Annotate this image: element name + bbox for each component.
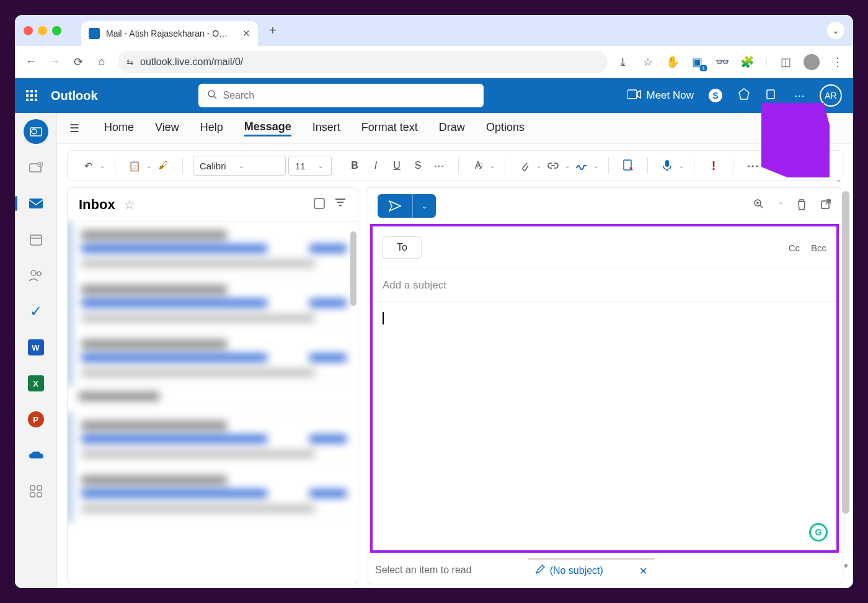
reload-icon[interactable]: ⟳ — [71, 55, 86, 69]
scroll-down-icon[interactable]: ▼ — [843, 562, 849, 570]
browser-tab[interactable]: Mail - Atish Rajasekharan - O… ✕ — [81, 21, 258, 46]
rail-mail-icon[interactable] — [24, 191, 48, 216]
select-all-icon[interactable] — [313, 197, 326, 213]
search-box[interactable] — [198, 84, 484, 107]
grammarly-icon[interactable]: G — [809, 523, 828, 542]
extension-badge-icon[interactable]: ▣4 — [691, 55, 704, 69]
rail-ppt-icon[interactable]: P — [24, 407, 48, 432]
meet-now-button[interactable]: Meet Now — [627, 89, 694, 102]
browser-menu-icon[interactable]: ⋮ — [831, 55, 844, 69]
site-info-icon[interactable]: ⇆ — [126, 57, 134, 67]
compose-body: To Cc Bcc G — [370, 224, 839, 553]
hamburger-icon[interactable]: ☰ — [69, 122, 79, 135]
svg-rect-16 — [37, 486, 42, 490]
bookmark-star-icon[interactable]: ☆ — [641, 55, 655, 69]
ublock-icon[interactable]: ✋ — [666, 55, 680, 69]
ribbon-collapse-icon[interactable]: ⌄ — [836, 175, 842, 184]
back-icon[interactable]: ← — [24, 55, 38, 68]
rail-people-icon[interactable] — [24, 263, 48, 288]
filter-icon[interactable] — [334, 197, 347, 213]
to-button[interactable]: To — [383, 236, 422, 259]
font-name-select[interactable]: Calibri⌄ — [193, 156, 286, 176]
format-painter-icon[interactable]: 🖌 — [154, 156, 172, 175]
sidepanel-icon[interactable]: ◫ — [779, 55, 792, 69]
tab-draw[interactable]: Draw — [439, 121, 465, 135]
ribbon-tabs: ☰ Home View Help Message Insert Format t… — [57, 113, 853, 144]
rail-new-mail-icon[interactable] — [24, 155, 48, 180]
rail-outlook-icon[interactable] — [24, 119, 48, 144]
traffic-light-close[interactable] — [24, 26, 33, 35]
dictate-icon[interactable] — [658, 156, 676, 175]
tab-overflow-button[interactable]: ⌄ — [827, 22, 844, 39]
font-size-select[interactable]: 11⌄ — [288, 156, 332, 176]
mailbox-scrollbar[interactable] — [350, 231, 356, 306]
rail-calendar-icon[interactable] — [24, 227, 48, 252]
teams-icon[interactable] — [766, 87, 779, 104]
tab-insert[interactable]: Insert — [312, 121, 340, 135]
clear-format-icon[interactable]: A⃠ — [469, 156, 487, 175]
search-input[interactable] — [223, 90, 475, 101]
premium-icon[interactable] — [737, 87, 751, 104]
rail-onedrive-icon[interactable] — [24, 443, 48, 468]
browser-tab-title: Mail - Atish Rajasekharan - O… — [106, 29, 236, 38]
skype-icon[interactable]: S — [709, 89, 722, 102]
traffic-light-minimize[interactable] — [38, 26, 47, 35]
install-icon[interactable]: ⤓ — [616, 55, 630, 69]
importance-icon[interactable]: ! — [704, 156, 723, 175]
popout-icon[interactable] — [820, 199, 831, 214]
subject-input[interactable] — [383, 279, 826, 292]
tab-home[interactable]: Home — [104, 121, 134, 135]
url-bar[interactable]: ⇆ outlook.live.com/mail/0/ — [118, 51, 608, 73]
link-icon[interactable] — [544, 156, 562, 175]
toolbar-more-icon[interactable]: ⋯ — [743, 156, 762, 175]
send-button[interactable]: ⌄ — [378, 194, 436, 218]
bcc-button[interactable]: Bcc — [811, 243, 826, 253]
new-tab-button[interactable]: + — [269, 24, 277, 38]
user-avatar[interactable]: AR — [820, 84, 842, 107]
signature-icon[interactable] — [572, 156, 591, 175]
tab-message[interactable]: Message — [244, 120, 291, 136]
more-header-icon[interactable]: ⋯ — [794, 89, 805, 102]
bold-icon[interactable]: B — [345, 156, 364, 175]
rail-word-icon[interactable]: W — [24, 335, 48, 360]
traffic-light-fullscreen[interactable] — [52, 26, 61, 35]
tab-format-text[interactable]: Format text — [361, 121, 418, 135]
draft-close-icon[interactable]: ✕ — [639, 565, 647, 577]
svg-rect-17 — [30, 493, 35, 497]
message-list[interactable] — [68, 222, 358, 584]
page-scrollbar[interactable] — [842, 191, 849, 514]
edit-pencil-icon — [535, 565, 545, 577]
profile-avatar-icon[interactable] — [804, 54, 820, 70]
attach-icon[interactable] — [515, 156, 534, 175]
tab-close-icon[interactable]: ✕ — [242, 28, 250, 39]
mailbox-pane: Inbox ☆ — [67, 187, 358, 584]
rail-todo-icon[interactable]: ✓ — [24, 299, 48, 324]
message-body-input[interactable] — [373, 302, 836, 334]
rail-excel-icon[interactable]: X — [24, 371, 48, 396]
favorite-star-icon[interactable]: ☆ — [124, 197, 135, 212]
discard-icon[interactable] — [797, 199, 807, 214]
tab-options[interactable]: Options — [486, 121, 525, 135]
draft-tab[interactable]: (No subject) ✕ — [528, 558, 655, 582]
rail-more-apps-icon[interactable] — [24, 479, 48, 504]
home-icon[interactable]: ⌂ — [94, 55, 109, 68]
tab-help[interactable]: Help — [200, 121, 223, 135]
forward-icon[interactable]: → — [47, 55, 62, 68]
tab-view[interactable]: View — [155, 121, 179, 135]
outlook-logo[interactable]: Outlook — [51, 89, 98, 103]
underline-icon[interactable]: U — [388, 156, 406, 175]
cc-button[interactable]: Cc — [789, 243, 800, 253]
undo-icon[interactable]: ↶ — [79, 156, 97, 175]
apps-icon[interactable] — [619, 156, 637, 175]
zoom-icon[interactable] — [753, 199, 764, 214]
more-format-icon[interactable]: ⋯ — [430, 156, 448, 175]
send-icon[interactable] — [378, 194, 412, 218]
extension-icon-a[interactable]: 👓 — [715, 55, 729, 69]
strike-icon[interactable]: S — [409, 156, 427, 175]
app-launcher-icon[interactable] — [26, 90, 37, 101]
italic-icon[interactable]: I — [366, 156, 385, 175]
search-icon — [207, 89, 217, 102]
send-dropdown-icon[interactable]: ⌄ — [412, 194, 436, 218]
extensions-puzzle-icon[interactable]: 🧩 — [740, 55, 754, 69]
paste-icon[interactable]: 📋 — [125, 156, 144, 175]
